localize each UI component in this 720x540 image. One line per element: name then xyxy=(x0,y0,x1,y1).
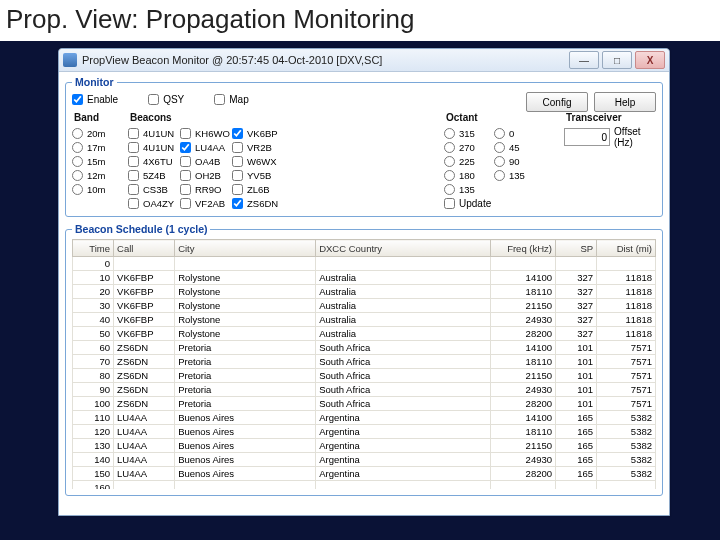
octant-radio[interactable] xyxy=(444,156,455,167)
octant-radio[interactable] xyxy=(494,128,505,139)
beacon-option[interactable]: 4U1UN xyxy=(128,126,176,140)
col-dxcc[interactable]: DXCC Country xyxy=(316,240,490,257)
band-radio[interactable] xyxy=(72,142,83,153)
beacon-option[interactable]: ZS6DN xyxy=(232,196,280,210)
col-dist[interactable]: Dist (mi) xyxy=(597,240,656,257)
table-row[interactable]: 0 xyxy=(73,257,656,271)
beacon-option[interactable]: OA4B xyxy=(180,154,228,168)
octant-radio[interactable] xyxy=(494,170,505,181)
band-radio[interactable] xyxy=(72,128,83,139)
beacon-option[interactable]: W6WX xyxy=(232,154,280,168)
beacon-option[interactable]: RR9O xyxy=(180,182,228,196)
map-checkbox-input[interactable] xyxy=(214,94,225,105)
table-row[interactable]: 90ZS6DNPretoriaSouth Africa249301017571 xyxy=(73,383,656,397)
close-button[interactable]: X xyxy=(635,51,665,69)
minimize-button[interactable]: — xyxy=(569,51,599,69)
table-row[interactable]: 160 xyxy=(73,481,656,490)
band-radio[interactable] xyxy=(72,170,83,181)
beacon-option[interactable]: 4U1UN xyxy=(128,140,176,154)
table-row[interactable]: 10VK6FBPRolystoneAustralia1410032711818 xyxy=(73,271,656,285)
beacon-option[interactable]: VR2B xyxy=(232,140,280,154)
col-city[interactable]: City xyxy=(175,240,316,257)
beacon-checkbox[interactable] xyxy=(180,128,191,139)
band-radio[interactable] xyxy=(72,184,83,195)
beacon-checkbox[interactable] xyxy=(128,184,139,195)
maximize-button[interactable]: □ xyxy=(602,51,632,69)
beacon-checkbox[interactable] xyxy=(128,128,139,139)
col-freq[interactable]: Freq (kHz) xyxy=(490,240,556,257)
qsy-checkbox[interactable]: QSY xyxy=(148,94,184,105)
beacon-option[interactable]: OA4ZY xyxy=(128,196,176,210)
beacon-option[interactable]: KH6WO xyxy=(180,126,228,140)
beacon-checkbox[interactable] xyxy=(232,198,243,209)
qsy-checkbox-input[interactable] xyxy=(148,94,159,105)
beacon-option[interactable]: VF2AB xyxy=(180,196,228,210)
table-row[interactable]: 50VK6FBPRolystoneAustralia2820032711818 xyxy=(73,327,656,341)
update-checkbox[interactable]: Update xyxy=(444,198,560,209)
octant-option[interactable]: 270 xyxy=(444,140,490,154)
band-option[interactable]: 10m xyxy=(72,182,124,196)
band-option[interactable]: 12m xyxy=(72,168,124,182)
table-row[interactable]: 30VK6FBPRolystoneAustralia2115032711818 xyxy=(73,299,656,313)
octant-radio[interactable] xyxy=(444,170,455,181)
titlebar[interactable]: PropView Beacon Monitor @ 20:57:45 04-Oc… xyxy=(59,49,669,72)
beacon-checkbox[interactable] xyxy=(128,156,139,167)
offset-input[interactable] xyxy=(564,128,610,146)
octant-radio[interactable] xyxy=(444,184,455,195)
col-time[interactable]: Time xyxy=(73,240,114,257)
help-button[interactable]: Help xyxy=(594,92,656,112)
table-row[interactable]: 150LU4AABuenos AiresArgentina28200165538… xyxy=(73,467,656,481)
table-row[interactable]: 40VK6FBPRolystoneAustralia2493032711818 xyxy=(73,313,656,327)
col-call[interactable]: Call xyxy=(114,240,175,257)
octant-option[interactable]: 315 xyxy=(444,126,490,140)
beacon-checkbox[interactable] xyxy=(232,142,243,153)
beacon-checkbox[interactable] xyxy=(180,156,191,167)
beacon-checkbox[interactable] xyxy=(128,170,139,181)
octant-option[interactable]: 180 xyxy=(444,168,490,182)
octant-option[interactable]: 225 xyxy=(444,154,490,168)
beacon-option[interactable]: 5Z4B xyxy=(128,168,176,182)
beacon-option[interactable]: VK6BP xyxy=(232,126,280,140)
beacon-option[interactable]: OH2B xyxy=(180,168,228,182)
octant-radio[interactable] xyxy=(444,142,455,153)
beacon-option[interactable]: CS3B xyxy=(128,182,176,196)
octant-option[interactable]: 135 xyxy=(494,168,540,182)
band-option[interactable]: 15m xyxy=(72,154,124,168)
table-row[interactable]: 20VK6FBPRolystoneAustralia1811032711818 xyxy=(73,285,656,299)
band-option[interactable]: 20m xyxy=(72,126,124,140)
beacon-checkbox[interactable] xyxy=(232,128,243,139)
beacon-checkbox[interactable] xyxy=(232,184,243,195)
octant-option[interactable]: 135 xyxy=(444,182,490,196)
table-row[interactable]: 100ZS6DNPretoriaSouth Africa282001017571 xyxy=(73,397,656,411)
octant-radio[interactable] xyxy=(444,128,455,139)
enable-checkbox-input[interactable] xyxy=(72,94,83,105)
table-row[interactable]: 110LU4AABuenos AiresArgentina14100165538… xyxy=(73,411,656,425)
beacon-checkbox[interactable] xyxy=(128,142,139,153)
beacon-option[interactable]: YV5B xyxy=(232,168,280,182)
update-checkbox-input[interactable] xyxy=(444,198,455,209)
octant-option[interactable]: 45 xyxy=(494,140,540,154)
beacon-checkbox[interactable] xyxy=(232,156,243,167)
beacon-checkbox[interactable] xyxy=(180,170,191,181)
beacon-option[interactable]: 4X6TU xyxy=(128,154,176,168)
beacon-option[interactable]: ZL6B xyxy=(232,182,280,196)
table-row[interactable]: 120LU4AABuenos AiresArgentina18110165538… xyxy=(73,425,656,439)
beacon-checkbox[interactable] xyxy=(232,170,243,181)
beacon-checkbox[interactable] xyxy=(180,198,191,209)
config-button[interactable]: Config xyxy=(526,92,588,112)
table-row[interactable]: 130LU4AABuenos AiresArgentina21150165538… xyxy=(73,439,656,453)
table-row[interactable]: 80ZS6DNPretoriaSouth Africa211501017571 xyxy=(73,369,656,383)
map-checkbox[interactable]: Map xyxy=(214,94,248,105)
octant-option[interactable]: 90 xyxy=(494,154,540,168)
enable-checkbox[interactable]: Enable xyxy=(72,94,118,105)
band-option[interactable]: 17m xyxy=(72,140,124,154)
beacon-checkbox[interactable] xyxy=(180,142,191,153)
band-radio[interactable] xyxy=(72,156,83,167)
beacon-option[interactable]: LU4AA xyxy=(180,140,228,154)
col-sp[interactable]: SP xyxy=(556,240,597,257)
table-row[interactable]: 60ZS6DNPretoriaSouth Africa141001017571 xyxy=(73,341,656,355)
octant-radio[interactable] xyxy=(494,142,505,153)
table-row[interactable]: 140LU4AABuenos AiresArgentina24930165538… xyxy=(73,453,656,467)
beacon-checkbox[interactable] xyxy=(128,198,139,209)
beacon-checkbox[interactable] xyxy=(180,184,191,195)
